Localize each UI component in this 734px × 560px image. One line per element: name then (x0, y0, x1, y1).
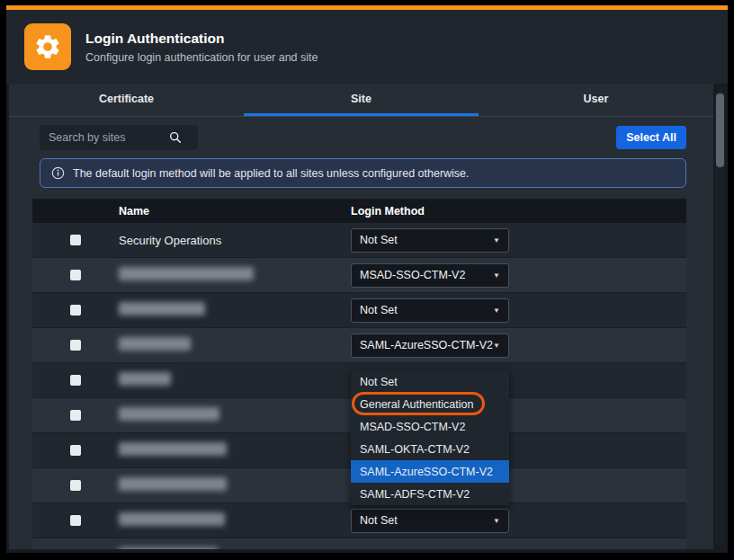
sites-table: Name Login Method Security Operations No… (32, 199, 686, 549)
login-method-select[interactable]: Not Set ▼ (351, 228, 509, 253)
row-checkbox[interactable] (70, 375, 81, 386)
tab-bar: Certificate Site User (9, 84, 713, 117)
login-method-select[interactable]: MSAD-SSO-CTM-V2 ▼ (351, 263, 509, 288)
table-row: SAML-AzureSSO-CTM-V2 ▼ (32, 328, 686, 363)
tab-user[interactable]: User (479, 84, 713, 116)
dropdown-option[interactable]: SAML-OKTA-CTM-V2 (351, 438, 509, 460)
tab-site[interactable]: Site (244, 84, 479, 116)
login-method-select[interactable]: Not Set ▼ (351, 298, 509, 323)
chevron-down-icon: ▼ (493, 236, 500, 244)
table-header-row: Name Login Method (32, 199, 686, 223)
row-checkbox[interactable] (70, 480, 81, 491)
search-input[interactable] (49, 131, 160, 144)
info-banner: The default login method will be applied… (40, 158, 686, 188)
column-name: Name (119, 205, 345, 218)
row-checkbox[interactable] (70, 305, 81, 316)
row-checkbox[interactable] (70, 340, 81, 351)
login-method-dropdown-menu: Not Set General Authentication MSAD-SSO-… (351, 370, 509, 505)
page-title: Login Authentication (85, 31, 318, 47)
row-checkbox[interactable] (70, 445, 81, 456)
tab-certificate[interactable]: Certificate (9, 84, 244, 116)
table-row: Not Set ▼ (32, 293, 686, 328)
redacted-site-name (119, 302, 205, 316)
redacted-site-name (119, 442, 227, 456)
row-checkbox[interactable] (70, 515, 81, 526)
header-text: Login Authentication Configure login aut… (85, 31, 318, 64)
login-method-select-open[interactable]: SAML-AzureSSO-CTM-V2 ▼ (351, 333, 509, 358)
page-subtitle: Configure login authentication for user … (85, 51, 318, 64)
table-row: Security Operations Not Set ▼ (32, 223, 686, 258)
redacted-site-name (119, 547, 218, 550)
redacted-site-name (119, 407, 219, 421)
dropdown-option-selected[interactable]: SAML-AzureSSO-CTM-V2 (351, 460, 509, 483)
module-icon-badge (24, 23, 71, 70)
info-icon (51, 166, 65, 180)
redacted-site-name (119, 372, 171, 386)
redacted-site-name (119, 477, 227, 491)
site-name: Security Operations (119, 234, 221, 247)
page-header: Login Authentication Configure login aut… (6, 10, 728, 84)
search-box[interactable] (40, 125, 198, 150)
dropdown-option[interactable]: Not Set (351, 370, 509, 393)
redacted-site-name (119, 512, 225, 526)
row-checkbox[interactable] (70, 235, 81, 245)
select-all-button[interactable]: Select All (616, 126, 686, 149)
main-panel: Certificate Site User Select All The def… (9, 84, 713, 549)
gear-icon (33, 32, 62, 61)
row-checkbox[interactable] (70, 410, 81, 421)
toolbar: Select All (9, 117, 713, 156)
redacted-site-name (119, 337, 191, 351)
app-window: Login Authentication Configure login aut… (6, 5, 728, 553)
column-login-method: Login Method (345, 205, 686, 218)
chevron-down-icon: ▼ (493, 517, 500, 525)
table-row (32, 538, 686, 549)
chevron-down-icon: ▼ (493, 271, 500, 280)
dropdown-option[interactable]: MSAD-SSO-CTM-V2 (351, 415, 509, 438)
dropdown-option-annotated[interactable]: General Authentication (351, 393, 509, 415)
row-checkbox[interactable] (70, 270, 81, 280)
redacted-site-name (119, 267, 254, 280)
vertical-scrollbar[interactable] (715, 89, 725, 546)
dropdown-option[interactable]: SAML-ADFS-CTM-V2 (351, 483, 509, 505)
info-banner-text: The default login method will be applied… (73, 167, 470, 180)
chevron-down-icon: ▼ (493, 342, 500, 350)
table-row: Not Set ▼ (32, 503, 686, 538)
search-icon (169, 131, 182, 144)
table-row: MSAD-SSO-CTM-V2 ▼ (32, 258, 686, 293)
login-method-select[interactable]: Not Set ▼ (351, 509, 509, 533)
scrollbar-thumb[interactable] (716, 93, 724, 167)
chevron-down-icon: ▼ (493, 307, 500, 315)
